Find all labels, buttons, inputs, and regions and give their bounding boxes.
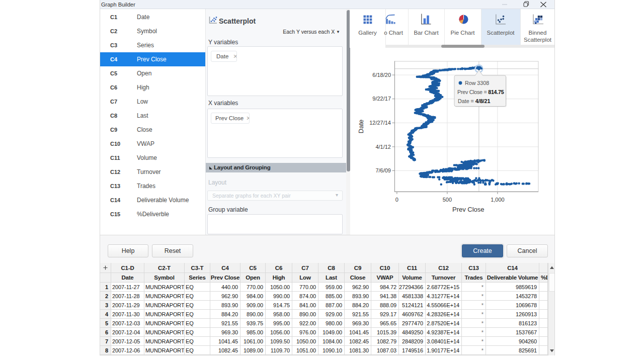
- svg-text:Date = 4/8/21: Date = 4/8/21: [458, 98, 491, 104]
- svg-text:1,000: 1,000: [491, 197, 505, 203]
- svg-text:9/22/17: 9/22/17: [372, 96, 391, 102]
- svg-text:Prev Close = 814.75: Prev Close = 814.75: [457, 89, 504, 95]
- svg-text:0: 0: [395, 197, 398, 203]
- svg-text:Prev Close: Prev Close: [452, 206, 485, 213]
- svg-text:12/27/14: 12/27/14: [369, 120, 391, 126]
- svg-text:6/18/20: 6/18/20: [372, 72, 391, 78]
- svg-text:7/6/09: 7/6/09: [375, 167, 391, 173]
- svg-text:Date: Date: [357, 120, 365, 133]
- svg-text:4/1/12: 4/1/12: [375, 144, 391, 150]
- svg-text:500: 500: [443, 197, 452, 203]
- svg-text:Row 3308: Row 3308: [465, 80, 489, 86]
